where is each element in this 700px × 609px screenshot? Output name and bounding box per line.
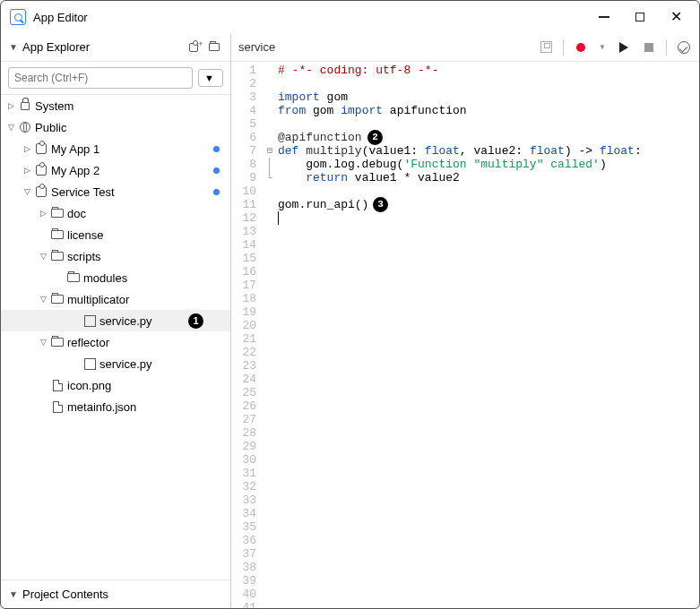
funnel-icon: ▼ [204,73,214,83]
tree-item-license[interactable]: ▷license [1,224,230,245]
check-button[interactable] [676,39,692,56]
globe-icon [20,122,30,133]
puzzle-icon [36,143,47,154]
folder-icon [51,209,64,218]
maximize-button[interactable] [622,4,658,30]
app-explorer-header[interactable]: ▼ App Explorer + [1,33,230,62]
tree-item-servicepy-1[interactable]: ▷service.py1 [1,310,230,331]
puzzle-icon [36,165,47,176]
app-icon [10,9,26,25]
folder-icon [51,252,64,261]
close-button[interactable]: ✕ [658,4,694,30]
filter-button[interactable]: ▼ [198,69,223,87]
project-contents-header[interactable]: ▼ Project Contents [1,579,230,608]
tree-item-servicepy-2[interactable]: ▷service.py [1,353,230,374]
annotation-badge-2: 2 [367,130,383,145]
project-contents-label: Project Contents [22,588,223,601]
add-app-icon[interactable]: + [187,39,205,56]
folder-icon [67,273,80,282]
line-gutter: 1234567891011121314151617181920212223242… [231,62,264,608]
tree-item-scripts[interactable]: ▽scripts [1,245,230,267]
tree-item-iconpng[interactable]: ▷icon.png [1,374,230,396]
tree-item-metainfo[interactable]: ▷metainfo.json [1,396,230,417]
tree-item-system[interactable]: ▷System [1,95,230,116]
app-explorer-label: App Explorer [22,40,187,54]
image-file-icon [53,380,63,391]
editor-filename: service [238,40,529,54]
code-editor[interactable]: 1234567891011121314151617181920212223242… [231,62,699,608]
python-file-icon [84,315,96,327]
tree-item-multiplicator[interactable]: ▽multiplicator [1,288,230,310]
run-button[interactable] [616,39,632,56]
tree-item-modules[interactable]: ▷modules [1,267,230,288]
titlebar: App Editor ✕ [1,1,699,33]
annotation-badge-1: 1 [188,313,203,329]
json-file-icon [53,401,63,413]
record-dropdown[interactable]: ▼ [598,39,607,56]
annotation-badge-3: 3 [373,197,388,212]
tree-item-servicetest[interactable]: ▽Service Test [1,181,230,202]
code-source[interactable]: # -*- coding: utf-8 -*- import gomfrom g… [264,62,699,608]
folder-icon [51,230,64,239]
puzzle-icon [36,186,47,197]
folder-icon [51,295,64,304]
tree-item-myapp2[interactable]: ▷My App 2 [1,159,230,181]
minimize-button[interactable] [586,4,622,30]
stop-button[interactable] [641,39,657,56]
python-file-icon [84,358,96,370]
explorer-tree[interactable]: ▷System ▽Public ▷My App 1 ▷My App 2 ▽Ser… [1,95,230,579]
chevron-down-icon: ▼ [8,42,19,52]
tree-item-doc[interactable]: ▷doc [1,202,230,224]
tree-item-reflector[interactable]: ▽reflector [1,331,230,353]
modified-dot [213,167,220,174]
window-title: App Editor [33,11,88,24]
import-icon[interactable] [205,39,223,56]
chevron-down-icon: ▼ [8,589,19,599]
modified-dot [213,146,220,152]
tree-item-myapp1[interactable]: ▷My App 1 [1,138,230,159]
sidebar: ▼ App Explorer + ▼ ▷System ▽Public ▷My A… [1,33,231,608]
save-button[interactable] [538,39,554,56]
search-input[interactable] [8,67,193,89]
tree-item-public[interactable]: ▽Public [1,116,230,138]
editor-toolbar: service ▼ [231,33,699,62]
folder-icon [51,338,64,347]
modified-dot [213,189,220,195]
lock-icon [21,102,30,110]
record-button[interactable] [573,39,589,56]
editor-pane: service ▼ 123456789101112131415161718192… [231,33,699,608]
